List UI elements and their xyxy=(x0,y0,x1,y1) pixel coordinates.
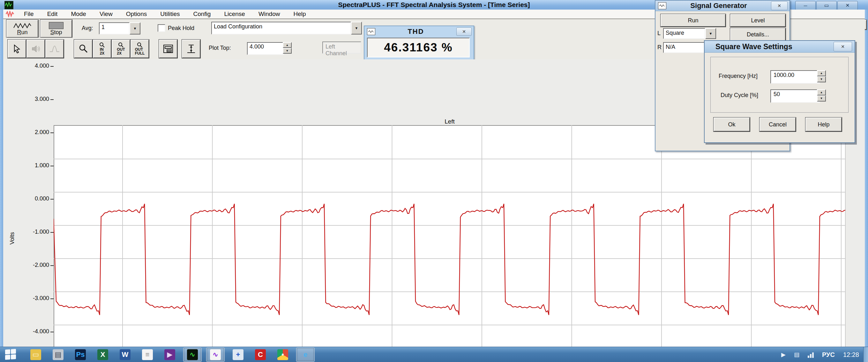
spin-up-icon[interactable]: ▲ xyxy=(817,89,826,95)
ok-button[interactable]: Ok xyxy=(714,118,750,131)
menu-item-help[interactable]: Help xyxy=(286,10,312,18)
signal-generator-close-icon[interactable]: ✕ xyxy=(771,1,787,10)
menu-item-license[interactable]: License xyxy=(217,10,252,18)
thd-window-icon xyxy=(367,28,375,35)
menu-item-mode[interactable]: Mode xyxy=(64,10,93,18)
menu-item-options[interactable]: Options xyxy=(119,10,154,18)
cancel-button[interactable]: Cancel xyxy=(760,118,796,131)
close-button[interactable]: ✕ xyxy=(837,1,858,10)
taskbar-pulse-app-icon[interactable]: + xyxy=(229,348,247,361)
spin-down-icon[interactable]: ▼ xyxy=(817,76,826,82)
stop-icon xyxy=(49,22,63,29)
taskbar-notepad-icon[interactable]: ≡ xyxy=(138,348,156,361)
window-frame-left xyxy=(0,9,3,347)
avg-dropdown-icon[interactable]: ▼ xyxy=(130,22,141,34)
taskbar-red-app-icon[interactable]: C xyxy=(251,348,269,361)
vertical-range-icon xyxy=(187,44,196,54)
red-app-icon: C xyxy=(255,349,266,360)
y-tick-label: -1.000 xyxy=(20,229,49,235)
load-configuration-combobox[interactable]: Load Configuration ▼ xyxy=(211,22,362,34)
taskbar: ▭▤PsXW≡▶∿∿+C•e ▶ ▤ РУС 12:28 xyxy=(0,347,868,362)
thd-titlebar: THD ✕ xyxy=(365,26,473,37)
minimize-button[interactable]: ─ xyxy=(795,1,816,10)
taskbar-ie-icon[interactable]: e xyxy=(296,348,315,362)
thd-close-icon[interactable]: ✕ xyxy=(456,27,472,36)
generator-level-button[interactable]: Level xyxy=(730,14,786,27)
y-tick-label: 3.000 xyxy=(20,96,49,102)
menu-item-window[interactable]: Window xyxy=(252,10,287,18)
start-button[interactable] xyxy=(5,349,17,361)
spin-down-icon[interactable]: ▼ xyxy=(283,48,292,54)
clock[interactable]: 12:28 xyxy=(843,351,859,359)
taskbar-photoshop-icon[interactable]: Ps xyxy=(71,348,89,361)
vertical-range-button[interactable] xyxy=(182,39,200,58)
zoom-button[interactable] xyxy=(74,39,93,58)
y-tick-mark xyxy=(51,332,54,332)
menu-item-file[interactable]: File xyxy=(17,10,40,18)
left-waveform-value: Square xyxy=(663,28,705,39)
zoom-out-2x-button[interactable]: OUT2X xyxy=(112,39,130,58)
taskbar-explorer-icon[interactable]: ▭ xyxy=(27,348,45,361)
taskbar-plot-app-icon[interactable]: ∿ xyxy=(206,348,225,362)
tray-device-icon[interactable]: ▤ xyxy=(794,351,799,358)
menu-item-view[interactable]: View xyxy=(93,10,119,18)
generator-run-button[interactable]: Run xyxy=(660,14,726,27)
plot-top-input[interactable]: 4.000 xyxy=(247,42,284,55)
duty-cycle-spinner[interactable]: ▲ ▼ xyxy=(817,89,826,101)
chrome-icon: • xyxy=(277,349,288,360)
waveform-trace xyxy=(54,204,845,315)
menu-items: FileEditModeViewOptionsUtilitiesConfigLi… xyxy=(17,10,313,18)
duty-cycle-label: Duty Cycle [%] xyxy=(720,92,758,99)
speaker-button[interactable] xyxy=(27,39,45,58)
maximize-button[interactable]: ▭ xyxy=(816,1,837,10)
zoom-in-2x-button[interactable]: IN2X xyxy=(93,39,112,58)
select-cursor-button[interactable] xyxy=(8,39,26,58)
menu-item-config[interactable]: Config xyxy=(186,10,217,18)
media-app-icon: ▶ xyxy=(164,349,175,360)
avg-value: 1 xyxy=(99,22,130,34)
show-desktop-button[interactable] xyxy=(863,347,868,362)
y-tick-mark xyxy=(51,265,54,266)
window-frame-right xyxy=(865,9,868,347)
duty-cycle-input[interactable]: 50 xyxy=(770,89,820,103)
zoom-out-line2: 2X xyxy=(117,51,122,56)
system-tray: ▶ ▤ РУС 12:28 xyxy=(781,347,859,362)
taskbar-excel-icon[interactable]: X xyxy=(94,348,112,361)
left-waveform-dropdown-icon[interactable]: ▼ xyxy=(705,28,716,39)
language-indicator[interactable]: РУС xyxy=(822,351,835,359)
avg-combobox[interactable]: 1 ▼ xyxy=(99,22,141,34)
stop-button[interactable]: Stop xyxy=(40,20,72,38)
spin-up-icon[interactable]: ▲ xyxy=(283,42,292,48)
spin-up-icon[interactable]: ▲ xyxy=(817,70,826,76)
spectraplus-icon: ∿ xyxy=(187,349,198,360)
menu-item-edit[interactable]: Edit xyxy=(40,10,64,18)
left-channel-label: L xyxy=(657,30,660,37)
taskbar-media-app-icon[interactable]: ▶ xyxy=(161,348,179,361)
help-button[interactable]: Help xyxy=(805,118,842,131)
spin-down-icon[interactable]: ▼ xyxy=(817,95,826,101)
left-waveform-combobox[interactable]: Square ▼ xyxy=(663,28,716,39)
frequency-input[interactable]: 1000.00 xyxy=(770,70,820,84)
peak-curve-button[interactable] xyxy=(45,39,64,58)
printer-icon: ▤ xyxy=(53,349,63,360)
taskbar-printer-icon[interactable]: ▤ xyxy=(49,348,67,361)
frequency-spinner[interactable]: ▲ ▼ xyxy=(817,70,826,82)
load-configuration-dropdown-icon[interactable]: ▼ xyxy=(351,22,362,34)
plot-top-spinner[interactable]: ▲ ▼ xyxy=(283,42,292,54)
dialog-close-icon[interactable]: ✕ xyxy=(834,42,852,51)
taskbar-spectraplus-icon[interactable]: ∿ xyxy=(183,348,202,362)
details-button[interactable]: Details... xyxy=(730,28,786,41)
app-menu-icon xyxy=(5,10,15,18)
display-options-button[interactable] xyxy=(159,39,178,58)
speaker-icon xyxy=(31,45,40,53)
run-button[interactable]: Run xyxy=(6,20,38,38)
tray-media-icon[interactable]: ▶ xyxy=(781,351,786,358)
right-channel-label: R xyxy=(657,44,661,51)
menu-item-utilities[interactable]: Utilities xyxy=(154,10,186,18)
network-signal-icon[interactable] xyxy=(808,352,814,358)
zoom-out-full-button[interactable]: OUTFULL xyxy=(130,39,149,58)
plot-app-icon: ∿ xyxy=(210,349,221,360)
taskbar-chrome-icon[interactable]: • xyxy=(274,348,292,361)
peak-hold-checkbox[interactable] xyxy=(158,24,165,32)
taskbar-word-icon[interactable]: W xyxy=(116,348,134,361)
